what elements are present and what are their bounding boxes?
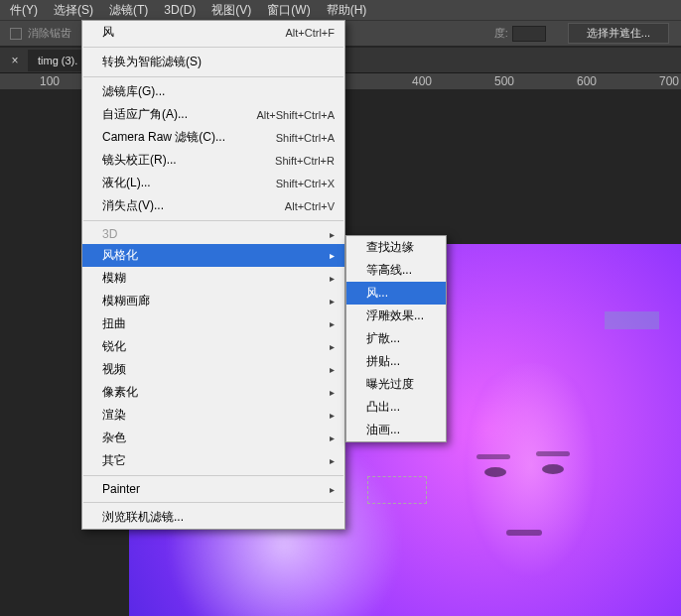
menu-other-sub[interactable]: 其它: [82, 449, 344, 472]
ruler-tick: 600: [577, 74, 597, 88]
menu-item-label: 自适应广角(A)...: [102, 106, 188, 123]
blur-region: [605, 311, 659, 329]
submenu-solarize[interactable]: 曝光过度: [346, 373, 446, 396]
menu-blurgallery-sub[interactable]: 模糊画廊: [82, 290, 344, 312]
degree-label: 度:: [494, 26, 508, 41]
menu-item-label: 3D: [102, 227, 117, 241]
ruler-tick: 400: [412, 74, 432, 88]
eye: [542, 464, 564, 474]
menu-item-label: 扩散...: [366, 330, 400, 347]
menu-separator: [83, 502, 343, 503]
brow: [477, 454, 510, 459]
menu-3d-sub[interactable]: 3D: [82, 224, 344, 244]
menu-lens-correction[interactable]: 镜头校正(R)... Shift+Ctrl+R: [82, 149, 344, 172]
menu-painter[interactable]: Painter: [82, 479, 344, 499]
menu-render-sub[interactable]: 渲染: [82, 404, 344, 427]
menu-blur-sub[interactable]: 模糊: [82, 267, 344, 290]
degree-field[interactable]: [512, 26, 546, 42]
filter-menu: 风 Alt+Ctrl+F 转换为智能滤镜(S) 滤镜库(G)... 自适应广角(…: [81, 20, 345, 530]
menu-item-label: 镜头校正(R)...: [102, 152, 177, 169]
submenu-tiles[interactable]: 拼贴...: [346, 350, 446, 373]
menu-liquify[interactable]: 液化(L)... Shift+Ctrl+X: [82, 172, 344, 194]
submenu-diffuse[interactable]: 扩散...: [346, 327, 446, 350]
menu-last-filter[interactable]: 风 Alt+Ctrl+F: [82, 21, 344, 44]
mouth: [506, 530, 542, 536]
submenu-findedges[interactable]: 查找边缘: [346, 236, 446, 259]
menu-pixelate-sub[interactable]: 像素化: [82, 381, 344, 404]
menu-adaptive-wideangle[interactable]: 自适应广角(A)... Alt+Shift+Ctrl+A: [82, 103, 344, 126]
menu-item-label: 浏览联机滤镜...: [102, 509, 184, 526]
menu-window[interactable]: 窗口(W): [259, 0, 318, 21]
menu-item-label: 风格化: [102, 247, 138, 264]
document-tab[interactable]: timg (3).: [28, 50, 87, 71]
menu-item-label: 风: [102, 24, 114, 41]
menu-help[interactable]: 帮助(H): [319, 0, 375, 21]
menu-item-label: 模糊: [102, 270, 126, 287]
submenu-wind[interactable]: 风...: [346, 282, 446, 305]
menu-item-label: 查找边缘: [366, 239, 414, 256]
menu-stylize-sub[interactable]: 风格化: [82, 244, 344, 267]
menu-item-label: 油画...: [366, 422, 400, 438]
menu-item-label: 消失点(V)...: [102, 197, 164, 214]
menu-separator: [83, 220, 343, 221]
portrait-face: [447, 363, 615, 591]
submenu-extrude[interactable]: 凸出...: [346, 396, 446, 419]
menu-file[interactable]: 件(Y): [2, 0, 46, 21]
menu-item-label: 扭曲: [102, 315, 126, 332]
menu-item-label: 锐化: [102, 338, 126, 355]
menu-item-label: 等高线...: [366, 262, 412, 279]
menu-item-label: 转换为智能滤镜(S): [102, 54, 202, 70]
shortcut-label: Shift+Ctrl+A: [276, 132, 335, 144]
shortcut-label: Shift+Ctrl+R: [275, 155, 335, 167]
menu-select[interactable]: 选择(S): [46, 0, 101, 21]
antialias-checkbox[interactable]: [10, 28, 22, 40]
menu-view[interactable]: 视图(V): [204, 0, 259, 21]
menu-item-label: 拼贴...: [366, 353, 400, 370]
menu-noise-sub[interactable]: 杂色: [82, 427, 344, 449]
shortcut-label: Shift+Ctrl+X: [276, 178, 335, 189]
ruler-tick: 100: [40, 74, 60, 88]
shortcut-label: Alt+Ctrl+F: [285, 27, 335, 39]
menu-item-label: 其它: [102, 452, 126, 469]
shortcut-label: Alt+Shift+Ctrl+A: [256, 109, 335, 121]
menu-vanishing-point[interactable]: 消失点(V)... Alt+Ctrl+V: [82, 194, 344, 217]
submenu-oilpaint[interactable]: 油画...: [346, 419, 446, 441]
menu-item-label: 浮雕效果...: [366, 308, 424, 324]
menu-item-label: 曝光过度: [366, 376, 414, 393]
ruler-tick: 500: [494, 74, 514, 88]
menu-item-label: 模糊画廊: [102, 293, 150, 309]
menu-camera-raw[interactable]: Camera Raw 滤镜(C)... Shift+Ctrl+A: [82, 126, 344, 149]
select-and-mask-button[interactable]: 选择并遮住...: [568, 23, 669, 44]
menu-item-label: 像素化: [102, 384, 138, 401]
menu-item-label: Camera Raw 滤镜(C)...: [102, 129, 225, 146]
eye: [484, 467, 506, 477]
menu-sharpen-sub[interactable]: 锐化: [82, 335, 344, 358]
menu-separator: [83, 76, 343, 77]
menu-video-sub[interactable]: 视频: [82, 358, 344, 381]
menubar: 件(Y) 选择(S) 滤镜(T) 3D(D) 视图(V) 窗口(W) 帮助(H): [0, 0, 681, 20]
ruler-tick: 700: [659, 74, 679, 88]
menu-distort-sub[interactable]: 扭曲: [82, 312, 344, 335]
antialias-label: 消除锯齿: [28, 26, 71, 41]
submenu-contour[interactable]: 等高线...: [346, 259, 446, 282]
menu-filter-gallery[interactable]: 滤镜库(G)...: [82, 80, 344, 103]
menu-item-label: 液化(L)...: [102, 175, 151, 191]
menu-filter[interactable]: 滤镜(T): [101, 0, 156, 21]
menu-item-label: 滤镜库(G)...: [102, 83, 165, 100]
menu-separator: [83, 47, 343, 48]
stylize-submenu: 查找边缘 等高线... 风... 浮雕效果... 扩散... 拼贴... 曝光过…: [345, 235, 447, 442]
menu-3d[interactable]: 3D(D): [156, 1, 204, 19]
menu-item-label: 杂色: [102, 430, 126, 446]
brow: [536, 451, 570, 456]
menu-separator: [83, 475, 343, 476]
menu-browse-online[interactable]: 浏览联机滤镜...: [82, 506, 344, 529]
close-icon[interactable]: ×: [8, 54, 22, 67]
marquee-selection[interactable]: [367, 476, 427, 504]
menu-convert-smart[interactable]: 转换为智能滤镜(S): [82, 51, 344, 73]
submenu-emboss[interactable]: 浮雕效果...: [346, 305, 446, 327]
menu-item-label: 凸出...: [366, 399, 400, 416]
shortcut-label: Alt+Ctrl+V: [285, 200, 335, 212]
menu-item-label: 视频: [102, 361, 126, 378]
menu-item-label: Painter: [102, 482, 140, 496]
menu-item-label: 渲染: [102, 407, 126, 424]
